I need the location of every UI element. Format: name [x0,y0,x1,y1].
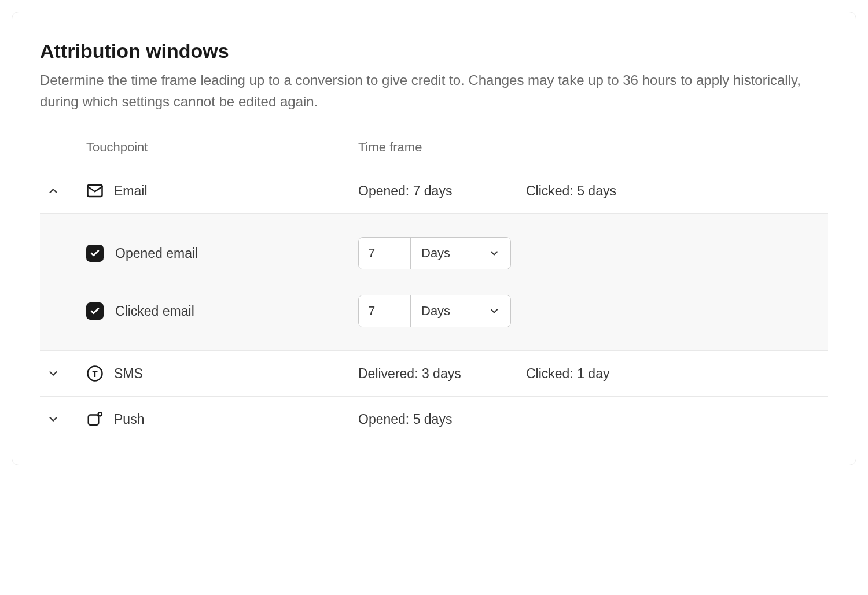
page-description: Determine the time frame leading up to a… [40,69,828,112]
expand-toggle-sms[interactable] [40,367,86,380]
timeframe-input-clicked-email: Days [358,295,511,327]
svg-text:T: T [92,369,97,379]
sub-row-opened-email: Opened email Days [40,224,828,282]
svg-point-4 [98,413,102,416]
table-header: Touchpoint Time frame [40,140,828,168]
checkbox-opened-email[interactable] [86,245,104,262]
unit-label-opened-email: Days [421,246,450,261]
number-input-clicked-email[interactable] [359,295,411,327]
email-summary-clicked: Clicked: 5 days [526,183,828,199]
chevron-up-icon [47,184,60,197]
chevron-down-icon [488,247,500,259]
email-icon [86,182,104,199]
page-title: Attribution windows [40,40,828,62]
unit-select-opened-email[interactable]: Days [411,238,510,269]
table-row-email[interactable]: Email Opened: 7 days Clicked: 5 days [40,168,828,214]
email-summary-opened: Opened: 7 days [358,183,526,199]
label-clicked-email: Clicked email [115,304,194,319]
expand-toggle-email[interactable] [40,184,86,197]
column-header-timeframe: Time frame [358,140,526,155]
number-input-opened-email[interactable] [359,238,411,269]
table-row-sms[interactable]: T SMS Delivered: 3 days Clicked: 1 day [40,351,828,397]
touchpoint-name-sms: SMS [114,366,143,382]
chevron-down-icon [47,413,60,426]
chevron-down-icon [47,367,60,380]
chevron-down-icon [488,305,500,317]
timeframe-input-opened-email: Days [358,237,511,269]
column-header-touchpoint: Touchpoint [86,140,358,155]
push-icon [86,411,104,428]
sms-icon: T [86,365,104,382]
touchpoint-name-email: Email [114,183,148,199]
sms-summary-delivered: Delivered: 3 days [358,366,526,382]
svg-rect-3 [89,415,99,426]
unit-label-clicked-email: Days [421,304,450,319]
unit-select-clicked-email[interactable]: Days [411,295,510,327]
checkbox-clicked-email[interactable] [86,302,104,320]
label-opened-email: Opened email [115,246,198,261]
table-row-push[interactable]: Push Opened: 5 days [40,397,828,442]
touchpoint-name-push: Push [114,412,144,427]
attribution-table: Touchpoint Time frame Email Opened: 7 da… [40,140,828,442]
sms-summary-clicked: Clicked: 1 day [526,366,828,382]
email-expanded-panel: Opened email Days [40,214,828,351]
sub-row-clicked-email: Clicked email Days [40,282,828,340]
attribution-windows-card: Attribution windows Determine the time f… [12,12,856,465]
push-summary-opened: Opened: 5 days [358,412,526,427]
expand-toggle-push[interactable] [40,413,86,426]
